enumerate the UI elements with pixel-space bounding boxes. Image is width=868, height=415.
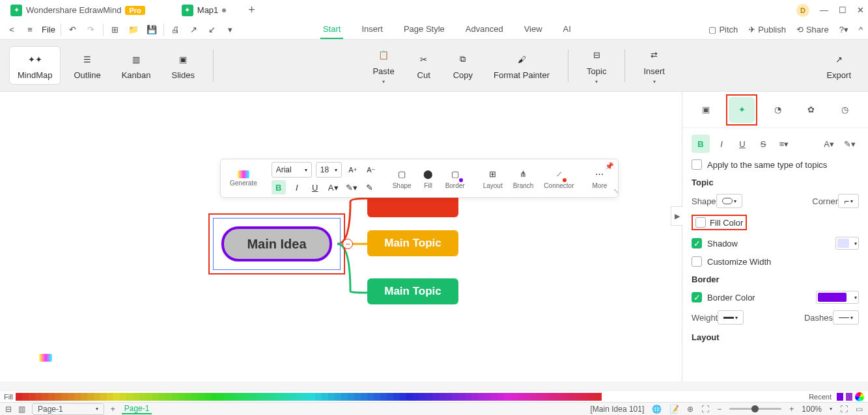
apply-same-check[interactable] — [692, 159, 702, 170]
menu-icon[interactable]: ≡ — [23, 23, 36, 36]
collapse-handle[interactable]: − — [343, 239, 353, 249]
color-swatch[interactable] — [296, 393, 302, 401]
target-icon[interactable]: ⊕ — [687, 405, 693, 414]
copy-button[interactable]: ⧉Copy — [445, 47, 481, 84]
size-select[interactable]: 18▾ — [316, 162, 342, 178]
color-swatch[interactable] — [126, 393, 133, 401]
color-swatch[interactable] — [302, 393, 309, 401]
color-swatch[interactable] — [29, 393, 35, 401]
export-button[interactable]: ↗Export — [819, 47, 859, 84]
fullscreen-icon[interactable]: ⛶ — [840, 405, 848, 414]
color-swatch[interactable] — [16, 393, 22, 401]
color-swatch[interactable] — [289, 393, 296, 401]
file-tab[interactable]: ✦ Map1 — [171, 2, 237, 19]
color-swatch[interactable] — [471, 393, 478, 401]
color-swatch[interactable] — [217, 393, 224, 401]
topic-node-3[interactable]: Main Topic — [367, 278, 458, 304]
new-icon[interactable]: ⊞ — [109, 23, 122, 36]
bold-button[interactable]: B — [272, 180, 286, 194]
ptab-history[interactable]: ◷ — [832, 97, 858, 123]
color-swatch[interactable] — [178, 393, 185, 401]
color-swatch[interactable] — [530, 393, 537, 401]
color-swatch[interactable] — [191, 393, 198, 401]
tab-page-style[interactable]: Page Style — [401, 20, 447, 39]
fit-icon[interactable]: ⛶ — [701, 405, 709, 414]
color-swatch[interactable] — [361, 393, 367, 401]
color-swatch[interactable] — [576, 393, 582, 401]
file-menu[interactable]: File — [42, 25, 55, 34]
color-swatch[interactable] — [354, 393, 361, 401]
color-swatch[interactable] — [406, 393, 413, 401]
color-swatch[interactable] — [74, 393, 81, 401]
color-swatch[interactable] — [432, 393, 439, 401]
more-button[interactable]: ⋯More — [589, 168, 611, 189]
generate-button[interactable]: Generate — [226, 170, 261, 187]
publish-button[interactable]: ✈Publish — [748, 25, 786, 34]
color-swatch[interactable] — [452, 393, 458, 401]
shape-button[interactable]: ▢Shape — [389, 168, 415, 189]
color-swatch[interactable] — [367, 393, 374, 401]
color-swatch[interactable] — [569, 393, 576, 401]
highlight-button[interactable]: ✎▾ — [344, 180, 359, 194]
main-idea-node[interactable]: Main Idea − — [208, 213, 345, 274]
insert-button[interactable]: ⇄Insert▾ — [636, 43, 673, 88]
color-swatch[interactable] — [322, 393, 328, 401]
color-swatch[interactable] — [491, 393, 497, 401]
color-swatch[interactable] — [393, 393, 400, 401]
color-swatch[interactable] — [81, 393, 87, 401]
dashes-select[interactable]: ▾ — [833, 310, 859, 325]
color-swatch[interactable] — [309, 393, 315, 401]
save-icon[interactable]: 💾 — [145, 23, 158, 36]
recent-color-2[interactable] — [846, 393, 852, 401]
color-swatch[interactable] — [100, 393, 107, 401]
color-swatch[interactable] — [550, 393, 556, 401]
undo-icon[interactable]: ↶ — [66, 23, 79, 36]
paste-button[interactable]: 📋Paste▾ — [365, 43, 402, 88]
color-swatch[interactable] — [276, 393, 283, 401]
color-swatch[interactable] — [68, 393, 74, 401]
redo-icon[interactable]: ↷ — [85, 23, 98, 36]
recent-color-1[interactable] — [837, 393, 843, 401]
outline-view-icon[interactable]: ⊟ — [5, 405, 12, 414]
topic-button[interactable]: ⊟Topic▾ — [579, 43, 614, 88]
presentation-icon[interactable]: ▭ — [856, 405, 863, 414]
shadow-check[interactable]: ✓ — [692, 238, 702, 248]
connector-button[interactable]: ⟋Connector — [540, 168, 578, 189]
color-swatch[interactable] — [465, 393, 471, 401]
page-tab[interactable]: Page-1 — [122, 404, 152, 414]
color-swatch[interactable] — [172, 393, 178, 401]
color-swatch[interactable] — [341, 393, 348, 401]
color-swatch[interactable] — [478, 393, 484, 401]
color-swatch[interactable] — [113, 393, 120, 401]
collapse-ribbon-icon[interactable]: ^ — [859, 25, 863, 34]
italic-button[interactable]: I — [290, 180, 304, 194]
underline-button[interactable]: U — [308, 180, 322, 194]
border-color-select[interactable]: ▾ — [816, 291, 859, 304]
open-icon[interactable]: 📁 — [127, 23, 140, 36]
color-swatch[interactable] — [504, 393, 511, 401]
color-swatch[interactable] — [42, 393, 48, 401]
color-swatch[interactable] — [374, 393, 380, 401]
color-swatch[interactable] — [413, 393, 419, 401]
color-swatch[interactable] — [563, 393, 569, 401]
add-tab-button[interactable]: + — [248, 3, 255, 17]
color-picker-icon[interactable] — [855, 392, 864, 401]
panel-align[interactable]: ≡▾ — [775, 135, 793, 153]
color-swatch[interactable] — [524, 393, 530, 401]
color-swatch[interactable] — [139, 393, 146, 401]
color-swatch[interactable] — [152, 393, 159, 401]
zoom-in-button[interactable]: + — [789, 405, 794, 414]
color-swatch[interactable] — [556, 393, 563, 401]
dropdown-icon[interactable]: ▾ — [224, 23, 237, 36]
globe-icon[interactable]: 🌐 — [652, 405, 662, 414]
zoom-slider[interactable] — [729, 408, 781, 410]
weight-select[interactable]: ▾ — [718, 310, 744, 325]
close-button[interactable]: ✕ — [857, 5, 864, 15]
increase-font-icon[interactable]: A+ — [346, 163, 360, 177]
panel-highlight[interactable]: ✎▾ — [841, 135, 859, 153]
color-swatch[interactable] — [224, 393, 231, 401]
color-swatch[interactable] — [263, 393, 270, 401]
branch-button[interactable]: ⋔Branch — [509, 168, 538, 189]
color-swatch[interactable] — [133, 393, 139, 401]
color-swatch[interactable] — [211, 393, 217, 401]
